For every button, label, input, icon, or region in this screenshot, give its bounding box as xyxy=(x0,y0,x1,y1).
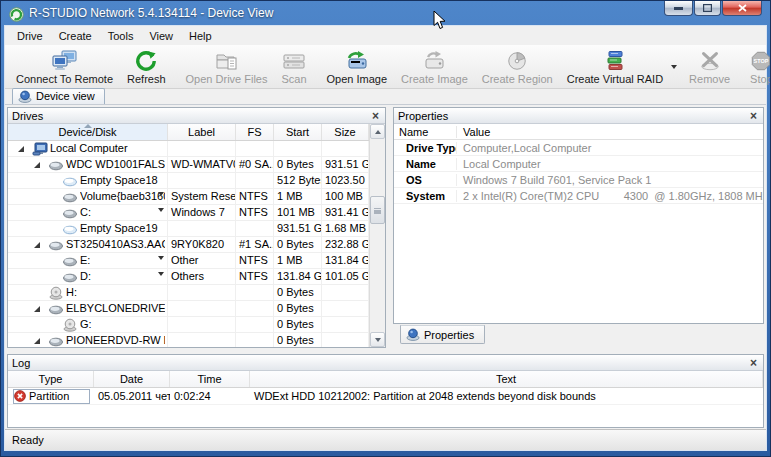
log-panel-header[interactable]: Log × xyxy=(8,355,763,371)
create-virtual-raid-button[interactable]: Create Virtual RAID xyxy=(560,46,670,88)
titlebar[interactable]: R-STUDIO Network 5.4.134114 - Device Vie… xyxy=(1,1,770,25)
scrollbar-thumb[interactable] xyxy=(370,196,385,224)
table-row[interactable]: Volume{baeb3160-... System Reser...NTFS1… xyxy=(8,189,369,205)
close-button[interactable] xyxy=(722,1,762,16)
scroll-up-icon[interactable] xyxy=(370,124,385,139)
disk-icon xyxy=(62,206,78,220)
log-close-icon[interactable]: × xyxy=(748,358,759,368)
column-size[interactable]: Size xyxy=(322,124,369,140)
log-type-cell[interactable]: Partition xyxy=(13,389,90,404)
log-entry-row[interactable]: Partition 05.05.2011 четв... 0:02:24 WDE… xyxy=(8,388,763,405)
expander-icon[interactable] xyxy=(18,146,32,152)
open-drive-files-icon xyxy=(215,48,239,73)
empty-space-icon xyxy=(62,222,78,236)
table-row[interactable]: D: OthersNTFS131.84 GB101.05 GB xyxy=(8,269,369,285)
table-row[interactable]: ELBYCLONEDRIVE1.4 0 Bytes xyxy=(8,301,369,317)
table-row[interactable]: Empty Space18 512 Bytes1023.50 KB xyxy=(8,173,369,189)
property-row[interactable]: Name Local Computer xyxy=(394,156,763,172)
expander-icon[interactable] xyxy=(34,338,48,344)
app-window: R-STUDIO Network 5.4.134114 - Device Vie… xyxy=(0,0,771,457)
toolbar-label: Create Image xyxy=(401,73,468,85)
properties-panel: Properties × Name Value Drive Type Compu… xyxy=(393,107,764,324)
open-drive-files-button[interactable]: Open Drive Files xyxy=(179,46,275,88)
disk-icon xyxy=(62,254,78,268)
table-row[interactable]: PIONEERDVD-RW DVR-... 0 Bytes xyxy=(8,333,369,347)
stop-icon: STOP xyxy=(750,48,771,73)
table-row[interactable]: ST3250410AS3.AAC 9RY0K820#1 SA...0 Bytes… xyxy=(8,237,369,253)
stop-button[interactable]: STOP Stop xyxy=(743,46,771,88)
error-icon xyxy=(14,390,26,402)
cdrom-icon xyxy=(48,286,64,300)
scroll-down-icon[interactable] xyxy=(370,332,385,347)
create-image-button[interactable]: Create Image xyxy=(394,46,475,88)
column-start[interactable]: Start xyxy=(274,124,322,140)
table-row[interactable]: C: Windows 7NTFS101 MB931.41 GB xyxy=(8,205,369,221)
column-text[interactable]: Text xyxy=(250,371,763,387)
toolbar-label: Open Drive Files xyxy=(186,73,268,85)
disk-icon xyxy=(48,302,64,316)
column-value[interactable]: Value xyxy=(456,126,763,138)
drives-scrollbar[interactable] xyxy=(369,124,385,347)
property-row[interactable]: System 2 x Intel(R) Core(TM)2 CPU 4300 @… xyxy=(394,188,763,204)
connect-to-remote-button[interactable]: Connect To Remote xyxy=(9,46,120,88)
table-row[interactable]: Local Computer xyxy=(8,141,369,157)
table-row[interactable]: Empty Space19 931.51 GB1.68 MB xyxy=(8,221,369,237)
remove-icon xyxy=(699,48,721,73)
restore-button[interactable] xyxy=(694,1,721,16)
remove-button[interactable]: Remove xyxy=(682,46,737,88)
properties-close-icon[interactable]: × xyxy=(748,111,759,121)
column-device-disk[interactable]: Device/Disk xyxy=(8,124,168,140)
row-dropdown-icon[interactable] xyxy=(158,259,164,268)
menu-tools[interactable]: Tools xyxy=(100,28,142,44)
row-dropdown-icon[interactable] xyxy=(158,195,164,204)
create-image-icon xyxy=(422,48,446,73)
raid-icon xyxy=(604,48,626,73)
table-row[interactable]: G: 0 Bytes xyxy=(8,317,369,333)
column-label[interactable]: Label xyxy=(168,124,236,140)
properties-panel-header[interactable]: Properties × xyxy=(394,108,763,124)
properties-column-header: Name Value xyxy=(394,124,763,140)
table-row[interactable]: E: OtherNTFS1 MB131.84 GB xyxy=(8,253,369,269)
create-virtual-raid-dropdown[interactable] xyxy=(670,46,682,88)
device-view-tab-icon xyxy=(18,90,32,103)
column-fs[interactable]: FS xyxy=(236,124,274,140)
create-region-button[interactable]: Create Region xyxy=(475,46,560,88)
minimize-button[interactable] xyxy=(664,1,693,16)
expander-icon[interactable] xyxy=(34,306,48,312)
column-time[interactable]: Time xyxy=(170,371,250,387)
cdrom-icon xyxy=(62,318,78,332)
menu-create[interactable]: Create xyxy=(51,28,100,44)
menu-drive[interactable]: Drive xyxy=(9,28,51,44)
menu-help[interactable]: Help xyxy=(181,28,220,44)
scan-button[interactable]: Scan xyxy=(274,46,313,88)
menu-view[interactable]: View xyxy=(141,28,181,44)
create-region-icon xyxy=(506,48,528,73)
status-text: Ready xyxy=(12,434,44,446)
toolbar-label: Remove xyxy=(689,73,730,85)
drives-panel: Drives × Device/Disk Label FS Start Size xyxy=(7,107,386,348)
drives-close-icon[interactable]: × xyxy=(370,111,381,121)
table-row[interactable]: WDC WD1001FALS-00J... WD-WMATV0...#0 SA.… xyxy=(8,157,369,173)
property-row[interactable]: Drive Type Computer,Local Computer xyxy=(394,140,763,156)
expander-icon[interactable] xyxy=(34,242,48,248)
tab-properties[interactable]: Properties xyxy=(400,325,485,344)
open-image-button[interactable]: Open Image xyxy=(320,46,395,88)
drives-column-header: Device/Disk Label FS Start Size xyxy=(8,124,369,141)
column-name[interactable]: Name xyxy=(394,126,456,138)
table-row[interactable]: H: 0 Bytes xyxy=(8,285,369,301)
column-type[interactable]: Type xyxy=(8,371,94,387)
row-dropdown-icon[interactable] xyxy=(158,211,164,220)
toolbar-label: Stop xyxy=(750,73,771,85)
expander-icon[interactable] xyxy=(34,162,48,168)
disk-icon xyxy=(48,238,64,252)
refresh-button[interactable]: Refresh xyxy=(120,46,173,88)
row-dropdown-icon[interactable] xyxy=(158,275,164,284)
panel-splitter[interactable] xyxy=(386,107,393,348)
empty-space-icon xyxy=(62,174,78,188)
menubar: Drive Create Tools View Help xyxy=(5,26,766,45)
toolbar-label: Open Image xyxy=(327,73,388,85)
drives-panel-header[interactable]: Drives × xyxy=(8,108,385,124)
tab-device-view[interactable]: Device view xyxy=(12,88,105,104)
column-date[interactable]: Date xyxy=(94,371,170,387)
property-row[interactable]: OS Windows 7 Build 7601, Service Pack 1 xyxy=(394,172,763,188)
